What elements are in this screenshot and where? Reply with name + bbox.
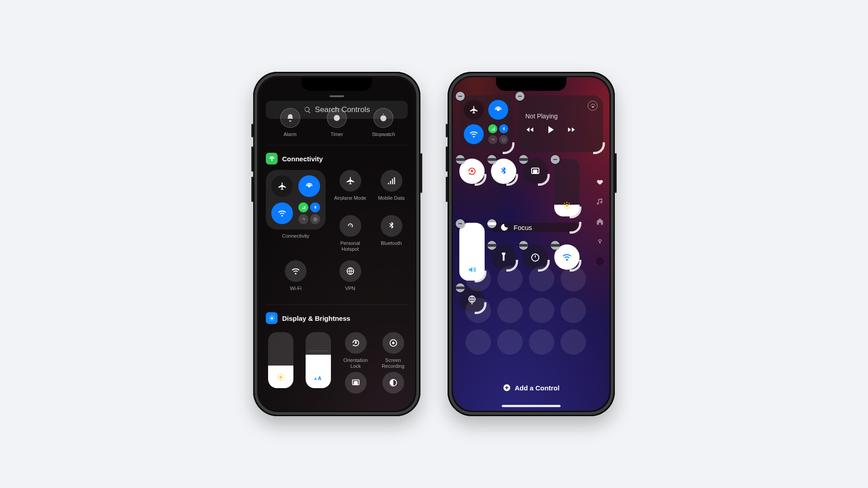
mobiledata-cell[interactable]: Mobile Data: [375, 170, 408, 206]
airdrop-toggle[interactable]: [298, 175, 320, 197]
remove-badge[interactable]: [456, 219, 465, 228]
screen-mirroring-button[interactable]: [345, 372, 367, 394]
resize-handle[interactable]: [503, 142, 514, 154]
page-connectivity-icon[interactable]: [595, 236, 605, 246]
remove-badge[interactable]: [456, 155, 465, 164]
remove-badge[interactable]: [551, 155, 560, 164]
resize-handle[interactable]: [593, 142, 605, 154]
wifi-cell[interactable]: Wi-Fi: [266, 260, 326, 296]
page-indicator[interactable]: [595, 177, 605, 266]
hotspot-icon: [488, 135, 497, 144]
airdrop-toggle[interactable]: [488, 100, 508, 120]
sheet-grabber[interactable]: [330, 95, 344, 97]
quick-stopwatch[interactable]: Stopwatch: [366, 122, 401, 137]
search-icon: [304, 106, 311, 114]
quick-timer[interactable]: Timer: [320, 122, 354, 137]
connectivity-label: Connectivity: [282, 233, 309, 244]
empty-slot[interactable]: [529, 266, 554, 291]
empty-slot[interactable]: [529, 329, 554, 355]
empty-slot[interactable]: [561, 329, 586, 355]
screen-mirroring-button[interactable]: [523, 159, 548, 184]
empty-slot[interactable]: [466, 329, 491, 355]
play-icon[interactable]: [545, 124, 556, 135]
remove-badge[interactable]: [487, 219, 496, 228]
textsize-slider-cell[interactable]: AA: [303, 332, 333, 394]
brightness-slider-cell[interactable]: [266, 332, 295, 394]
orientation-lock-cell[interactable]: Orientation Lock: [341, 332, 370, 394]
connectivity-tile[interactable]: [459, 95, 513, 149]
textsize-icon: AA: [314, 374, 323, 385]
empty-slot[interactable]: [561, 298, 586, 323]
svg-rect-24: [553, 159, 557, 160]
connectivity-mini[interactable]: [298, 202, 320, 224]
empty-slot[interactable]: [561, 266, 586, 291]
cellular-icon: [488, 124, 497, 133]
bluetooth-cell[interactable]: Bluetooth: [375, 215, 408, 251]
airplane-toggle[interactable]: [464, 100, 484, 120]
cell-label: Mobile Data: [378, 195, 405, 206]
empty-slot[interactable]: [466, 266, 491, 291]
empty-slot[interactable]: [497, 266, 523, 291]
stopwatch-icon: [379, 113, 388, 122]
resize-handle[interactable]: [475, 174, 486, 186]
home-indicator[interactable]: [502, 405, 561, 407]
svg-rect-9: [354, 381, 358, 385]
focus-button[interactable]: Focus: [491, 223, 580, 232]
phone-left-screen: Search Controls Alarm Timer Stopwatch: [259, 77, 415, 411]
remove-badge[interactable]: [487, 241, 496, 250]
svg-rect-27: [487, 244, 496, 247]
now-playing-tile[interactable]: Not Playing: [519, 95, 603, 152]
section-title: Display & Brightness: [282, 314, 350, 322]
resize-handle[interactable]: [538, 174, 550, 186]
resize-handle[interactable]: [506, 174, 518, 186]
hotspot-cell[interactable]: Personal Hotspot: [334, 215, 367, 251]
empty-slot[interactable]: [529, 298, 554, 323]
resize-handle[interactable]: [570, 206, 581, 218]
add-control-button[interactable]: Add a Control: [459, 384, 603, 392]
remove-badge[interactable]: [456, 92, 465, 101]
rewind-icon[interactable]: [525, 125, 534, 134]
remove-badge[interactable]: [519, 241, 528, 250]
brightness-slider[interactable]: [268, 332, 293, 388]
now-playing-label: Not Playing: [525, 113, 597, 120]
dark-mode-button[interactable]: [382, 372, 404, 394]
svg-rect-22: [519, 158, 528, 161]
page-add-icon[interactable]: [595, 256, 605, 266]
remove-badge[interactable]: [487, 155, 496, 164]
page-music-icon[interactable]: [595, 197, 605, 206]
connectivity-mini[interactable]: [488, 124, 508, 144]
resize-handle[interactable]: [570, 222, 581, 234]
page-favorites-icon[interactable]: [595, 177, 605, 187]
quick-alarm[interactable]: Alarm: [273, 122, 307, 137]
hotspot-icon: [345, 221, 355, 231]
bluetooth-icon: [387, 221, 396, 231]
vpn-cell[interactable]: VPN: [334, 260, 367, 296]
sun-icon: [266, 312, 278, 324]
remove-badge[interactable]: [519, 155, 528, 164]
svg-point-13: [497, 108, 500, 111]
remove-badge[interactable]: [515, 92, 524, 101]
svg-rect-25: [458, 223, 462, 225]
airplane-toggle[interactable]: [271, 175, 293, 197]
empty-slot[interactable]: [466, 298, 491, 323]
wifi-icon: [291, 266, 301, 276]
wifi-toggle[interactable]: [271, 202, 293, 224]
svg-point-3: [271, 317, 273, 319]
page-home-icon[interactable]: [595, 216, 605, 226]
airdrop-icon: [493, 105, 503, 115]
connectivity-tile[interactable]: [266, 170, 326, 230]
forward-icon[interactable]: [567, 125, 576, 134]
airplay-icon[interactable]: [588, 101, 598, 111]
screen-recording-cell[interactable]: Screen Recording: [378, 332, 408, 394]
orientation-lock-button[interactable]: [459, 159, 485, 184]
airplane-cell[interactable]: Airplane Mode: [334, 170, 367, 206]
dark-mode-icon: [388, 378, 398, 388]
empty-slot[interactable]: [497, 329, 523, 355]
empty-slot[interactable]: [497, 298, 523, 323]
remove-badge[interactable]: [456, 283, 465, 292]
wifi-toggle[interactable]: [464, 124, 484, 144]
phone-right-screen: Not Playing: [453, 77, 609, 411]
remove-badge[interactable]: [551, 241, 560, 250]
bluetooth-button[interactable]: [491, 159, 516, 184]
textsize-slider[interactable]: AA: [306, 332, 331, 388]
